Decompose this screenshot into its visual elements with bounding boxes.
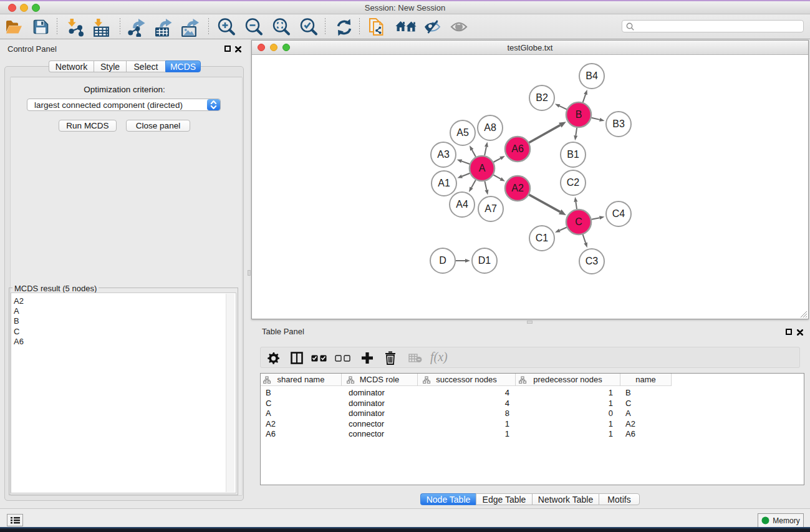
svg-text:C: C (575, 216, 582, 227)
svg-text:B4: B4 (586, 70, 598, 81)
svg-text:A6: A6 (511, 143, 524, 154)
svg-text:A4: A4 (456, 199, 468, 210)
svg-text:A1: A1 (438, 178, 450, 188)
svg-text:C2: C2 (567, 177, 580, 188)
svg-text:C4: C4 (612, 208, 625, 219)
svg-text:A: A (479, 163, 486, 173)
svg-text:B3: B3 (612, 118, 625, 129)
svg-text:B1: B1 (567, 149, 579, 160)
svg-text:A2: A2 (511, 183, 524, 193)
svg-text:D: D (439, 255, 446, 266)
svg-text:C3: C3 (586, 256, 599, 266)
svg-text:A7: A7 (485, 203, 497, 214)
svg-text:B2: B2 (536, 92, 548, 103)
svg-text:A8: A8 (484, 122, 496, 133)
svg-text:C1: C1 (536, 233, 549, 243)
svg-text:A3: A3 (437, 149, 450, 160)
svg-text:B: B (576, 109, 582, 120)
svg-text:D1: D1 (478, 255, 491, 266)
svg-text:A5: A5 (456, 127, 469, 138)
